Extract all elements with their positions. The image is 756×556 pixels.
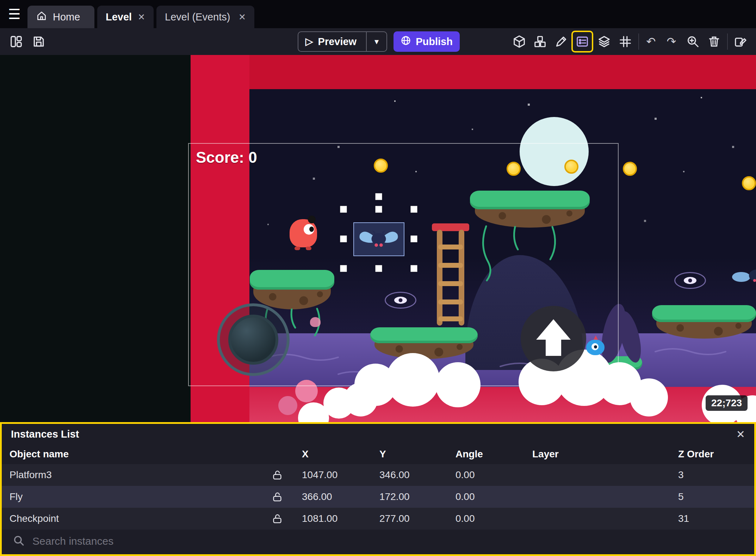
table-header: Object name X Y Angle Layer Z Order xyxy=(2,444,754,464)
cell-x: 366.00 xyxy=(296,491,374,502)
object-cube-icon[interactable] xyxy=(510,32,529,51)
globe-icon xyxy=(401,35,411,48)
platform-grass xyxy=(652,305,756,322)
resize-handle[interactable] xyxy=(411,206,417,213)
eye-pupil xyxy=(688,279,692,283)
eye-white xyxy=(684,277,696,284)
close-icon[interactable]: ✕ xyxy=(138,12,145,22)
coin-object[interactable] xyxy=(742,176,756,190)
cursor-coordinates-badge: 22;723 xyxy=(706,395,748,411)
resize-handle[interactable] xyxy=(376,206,382,213)
platform-object[interactable] xyxy=(652,305,756,339)
toolbar-divider xyxy=(727,33,728,50)
tab-level-events[interactable]: Level (Events) ✕ xyxy=(156,6,254,28)
search-icon xyxy=(13,535,25,548)
tab-home[interactable]: Home xyxy=(27,6,94,28)
preview-label: Preview xyxy=(318,36,357,48)
coin-object[interactable] xyxy=(623,162,637,176)
panel-header: Instances List ✕ xyxy=(2,424,754,444)
fly-sprite xyxy=(354,224,403,255)
redo-icon[interactable]: ↷ xyxy=(662,32,681,51)
cell-y: 346.00 xyxy=(374,469,450,481)
cloud-puff xyxy=(630,378,668,416)
tab-label: Home xyxy=(53,11,80,23)
cell-angle: 0.00 xyxy=(450,469,527,481)
stars xyxy=(0,55,1,56)
cell-z-order: 31 xyxy=(673,513,754,524)
edit-scene-icon[interactable] xyxy=(731,32,750,51)
cell-z-order: 5 xyxy=(673,491,754,502)
col-x: X xyxy=(296,449,374,460)
objects-group-icon[interactable] xyxy=(531,32,550,51)
resize-handle[interactable] xyxy=(411,265,417,272)
search-input[interactable] xyxy=(32,535,743,548)
col-object-name: Object name xyxy=(2,449,258,460)
instance-row[interactable]: Checkpoint 1081.00 277.00 0.00 31 xyxy=(2,508,754,530)
cell-x: 1047.00 xyxy=(296,469,374,481)
toolbar-divider xyxy=(638,33,639,50)
cell-angle: 0.00 xyxy=(450,513,527,524)
instances-panel: Instances List ✕ Object name X Y Angle L… xyxy=(0,422,756,556)
preview-button[interactable]: ▷ Preview ▾ xyxy=(298,31,387,52)
unlock-icon[interactable] xyxy=(258,513,296,524)
cell-angle: 0.00 xyxy=(450,491,527,502)
col-angle: Angle xyxy=(450,449,527,460)
play-icon: ▷ xyxy=(305,37,313,47)
eye-decor xyxy=(674,272,706,289)
publish-button[interactable]: Publish xyxy=(394,31,460,52)
close-icon[interactable]: ✕ xyxy=(736,428,745,440)
top-red-band xyxy=(191,55,756,89)
save-icon[interactable] xyxy=(29,32,48,51)
resize-handle[interactable] xyxy=(340,265,347,272)
cell-z-order: 3 xyxy=(673,469,754,481)
resize-handle[interactable] xyxy=(340,236,347,242)
cell-y: 277.00 xyxy=(374,513,450,524)
tab-bar: ☰ Home Level ✕ Level (Events) ✕ xyxy=(0,0,756,28)
hamburger-menu-icon[interactable]: ☰ xyxy=(4,0,25,28)
search-bar xyxy=(4,530,752,552)
cell-x: 1081.00 xyxy=(296,513,374,524)
home-icon xyxy=(36,10,47,24)
unlock-icon[interactable] xyxy=(258,470,296,480)
cell-object-name: Checkpoint xyxy=(2,513,258,524)
undo-icon[interactable]: ↶ xyxy=(642,32,661,51)
grid-icon[interactable] xyxy=(616,32,635,51)
trash-icon[interactable] xyxy=(705,32,724,51)
coral-decor xyxy=(278,396,297,415)
close-icon[interactable]: ✕ xyxy=(238,12,246,22)
col-z-order: Z Order xyxy=(673,449,754,460)
fly-enemy-object[interactable] xyxy=(731,265,756,288)
scene-editor-canvas[interactable]: Score: 0 22;7 xyxy=(0,55,756,422)
instances-list-icon[interactable] xyxy=(571,31,593,52)
instance-row[interactable]: Platform3 1047.00 346.00 0.00 3 xyxy=(2,464,754,486)
platform-dirt xyxy=(656,319,752,339)
zoom-in-icon[interactable] xyxy=(683,32,702,51)
game-editor-window: ☰ Home Level ✕ Level (Events) ✕ ▷ Previe… xyxy=(0,0,756,556)
tab-level[interactable]: Level ✕ xyxy=(97,6,154,28)
unlock-icon[interactable] xyxy=(258,492,296,502)
resize-handle[interactable] xyxy=(340,206,347,213)
edit-pencil-icon[interactable] xyxy=(552,32,571,51)
chevron-down-icon[interactable]: ▾ xyxy=(367,32,386,51)
cell-object-name: Fly xyxy=(2,491,258,502)
selection-overlay xyxy=(343,209,414,268)
resize-handle[interactable] xyxy=(411,236,417,242)
resize-handle[interactable] xyxy=(376,265,382,272)
cell-y: 172.00 xyxy=(374,491,450,502)
project-manager-icon[interactable] xyxy=(7,32,26,51)
instance-row[interactable]: Fly 366.00 172.00 0.00 5 xyxy=(2,486,754,508)
col-layer: Layer xyxy=(527,449,673,460)
selected-instance-bounds[interactable] xyxy=(353,222,404,256)
col-y: Y xyxy=(374,449,450,460)
panel-title: Instances List xyxy=(11,428,736,440)
rotation-handle[interactable] xyxy=(376,193,382,200)
layers-icon[interactable] xyxy=(595,32,614,51)
cell-object-name: Platform3 xyxy=(2,469,258,481)
tab-label: Level (Events) xyxy=(165,11,230,23)
tab-label: Level xyxy=(106,11,132,23)
main-toolbar: ▷ Preview ▾ Publish xyxy=(0,28,756,55)
publish-label: Publish xyxy=(416,36,453,48)
